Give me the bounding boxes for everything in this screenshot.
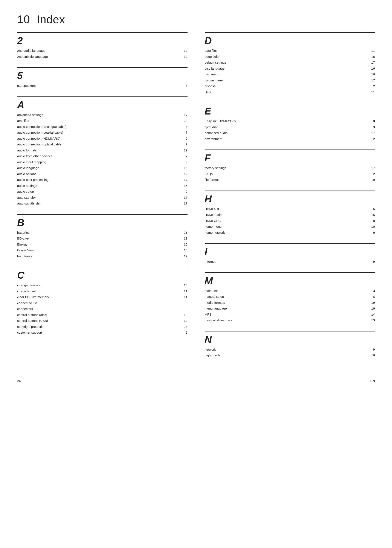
left-column: 22nd audio language102nd subtitle langua… <box>17 32 188 366</box>
item-label: HDMI audio <box>205 212 369 218</box>
item-page: 5 <box>181 83 188 89</box>
list-item: HDMI-CEC8 <box>205 218 375 224</box>
list-item: disc menu16 <box>205 71 375 77</box>
item-page: 7 <box>181 130 188 135</box>
list-item: factory settings17 <box>205 165 375 171</box>
page-title: 10 Index <box>17 13 375 26</box>
item-page: 21 <box>181 230 188 235</box>
item-page: 11 <box>368 48 375 54</box>
item-label: HDMI ARC <box>205 206 369 212</box>
index-section: 55.1 speakers5 <box>17 67 188 89</box>
list-item: deep color16 <box>205 54 375 60</box>
item-label: audio settings <box>17 183 181 189</box>
item-label: change password <box>17 282 181 288</box>
item-label: disc language <box>205 66 369 71</box>
list-item: Internet9 <box>205 259 375 265</box>
list-item: audio settings16 <box>17 183 188 189</box>
item-page: 10 <box>181 318 188 323</box>
section-letter: 5 <box>17 70 188 81</box>
index-section: HHDMI ARC6HDMI audio16HDMI-CEC8home menu… <box>205 190 375 236</box>
list-item: change password16 <box>17 282 188 288</box>
item-page: 8 <box>181 124 188 130</box>
item-label: eject disc <box>205 124 369 130</box>
list-item: Easylink (HDMI-CEC)8 <box>205 118 375 124</box>
item-page: 11 <box>181 288 188 294</box>
item-page: 11 <box>181 294 188 300</box>
list-item: environment2 <box>205 136 375 142</box>
list-item: home menu10 <box>205 224 375 230</box>
item-page: 8 <box>368 294 375 299</box>
item-page: 3 <box>368 124 375 130</box>
section-divider <box>205 103 375 103</box>
section-divider <box>205 32 375 33</box>
item-page: 11 <box>181 236 188 241</box>
item-page: 10 <box>181 54 188 59</box>
list-item: manual setup8 <box>205 294 375 300</box>
item-page: 16 <box>181 282 188 288</box>
list-item: main unit3 <box>205 288 375 294</box>
item-page: 19 <box>181 148 188 153</box>
item-page: 17 <box>368 77 375 83</box>
list-item: audio post processing17 <box>17 177 188 183</box>
section-divider <box>205 190 375 191</box>
section-divider <box>205 331 375 331</box>
item-label: 2nd subtitle language <box>17 54 181 59</box>
section-letter: B <box>17 217 188 228</box>
item-label: character set <box>17 288 181 294</box>
item-label: advanced settings <box>17 112 181 118</box>
index-section: Ffactory settings17FAQs2file formats19 <box>205 149 375 183</box>
item-page: 6 <box>181 300 188 306</box>
item-page: 6 <box>181 136 188 141</box>
item-label: audio formats <box>17 148 181 153</box>
section-divider <box>17 67 188 68</box>
item-label: audio options <box>17 171 181 177</box>
item-page: 16 <box>368 306 375 311</box>
item-page: 17 <box>181 112 188 118</box>
item-page: 17 <box>181 201 188 206</box>
list-item: home network9 <box>205 230 375 236</box>
item-page: 16 <box>368 54 375 59</box>
item-label: brightness <box>17 253 181 259</box>
list-item: audio formats19 <box>17 147 188 153</box>
section-letter: I <box>205 246 375 257</box>
item-label: control buttons (disc) <box>17 312 181 318</box>
item-page: 16 <box>368 66 375 71</box>
item-label: Bonus View <box>17 247 181 253</box>
item-page: 10 <box>181 312 188 318</box>
section-letter: M <box>205 275 375 287</box>
item-label: deep color <box>205 54 369 59</box>
item-label: audio input mapping <box>17 159 181 165</box>
item-page: 17 <box>368 165 375 171</box>
item-page: 13 <box>368 317 375 323</box>
list-item: audio connection (analogue cable)8 <box>17 124 188 130</box>
index-section: EEasylink (HDMI-CEC)8eject disc3enhanced… <box>205 103 375 142</box>
item-label: FAQs <box>205 171 369 177</box>
item-page: 16 <box>181 183 188 189</box>
item-label: default settings <box>205 60 369 65</box>
list-item: DivX11 <box>205 89 375 95</box>
list-item: audio input mapping9 <box>17 159 188 165</box>
list-item: musical slideshows13 <box>205 317 375 323</box>
item-page: 2 <box>181 330 188 335</box>
item-label: audio connection (coaxial cable) <box>17 130 181 135</box>
item-label: 5.1 speakers <box>17 83 181 89</box>
item-label: enhanced audio <box>205 130 369 136</box>
item-page: 10 <box>181 242 188 247</box>
section-divider <box>17 97 188 97</box>
item-page: 10 <box>368 224 375 229</box>
item-label: connectors <box>17 306 181 312</box>
index-section: IInternet9 <box>205 243 375 265</box>
item-page: 17 <box>181 195 188 200</box>
list-item: enhanced audio17 <box>205 130 375 136</box>
item-page: 12 <box>181 171 188 177</box>
item-label: display panel <box>205 77 369 83</box>
item-label: home menu <box>205 224 369 229</box>
item-label: data files <box>205 48 369 54</box>
item-page: 9 <box>181 159 188 165</box>
list-item: media formats19 <box>205 300 375 306</box>
list-item: Blu-ray10 <box>17 241 188 247</box>
page-number: 26 <box>17 379 21 383</box>
item-label: menu language <box>205 306 369 311</box>
item-page: 17 <box>181 253 188 259</box>
item-label: copyright protection <box>17 324 181 330</box>
